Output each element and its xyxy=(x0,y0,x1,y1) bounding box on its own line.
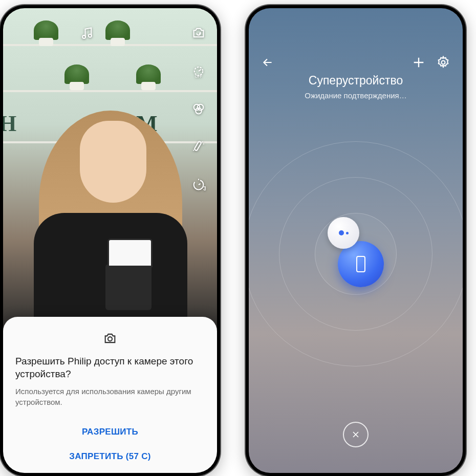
svg-point-6 xyxy=(196,108,202,114)
svg-rect-12 xyxy=(357,256,365,272)
filters-icon[interactable] xyxy=(189,99,208,118)
svg-point-5 xyxy=(198,104,204,111)
phone-mockup-right: Суперустройство Ожидание подтверждения… xyxy=(246,5,466,476)
scene-plant xyxy=(105,20,130,40)
svg-point-10 xyxy=(108,337,112,341)
countdown-3-icon[interactable]: 3 xyxy=(189,175,208,193)
settings-icon[interactable] xyxy=(436,55,450,70)
scene-person xyxy=(24,80,198,336)
timer-off-icon[interactable]: OFF xyxy=(189,61,208,80)
orb-dot-icon xyxy=(346,232,349,234)
deny-button[interactable]: ЗАПРЕТИТЬ (57 С) xyxy=(15,444,205,469)
svg-point-1 xyxy=(89,34,92,37)
magic-wand-icon[interactable] xyxy=(189,137,208,156)
add-icon[interactable] xyxy=(412,55,426,70)
dialog-description: Используется для использования камеры др… xyxy=(15,386,205,407)
device-orb-secondary[interactable] xyxy=(328,217,359,249)
permission-dialog: Разрешить Philip доступ к камере этого у… xyxy=(3,317,217,473)
allow-button[interactable]: РАЗРЕШИТЬ xyxy=(15,420,205,444)
switch-camera-icon[interactable] xyxy=(189,24,208,42)
scene-plant xyxy=(34,20,58,40)
camera-controls-column: OFF 3 xyxy=(189,24,208,193)
camera-icon xyxy=(15,331,205,345)
phone-mockup-left: H M OFF xyxy=(0,5,220,476)
orb-dot-icon xyxy=(339,230,344,235)
scene-shelf xyxy=(3,44,217,46)
superdevice-header xyxy=(249,55,463,70)
scene-letter: H xyxy=(3,111,16,137)
svg-text:OFF: OFF xyxy=(195,75,202,78)
svg-point-0 xyxy=(82,35,85,38)
device-radar xyxy=(249,141,463,366)
back-icon[interactable] xyxy=(261,56,274,69)
close-button[interactable] xyxy=(343,422,369,447)
superdevice-screen: Суперустройство Ожидание подтверждения… xyxy=(249,8,463,473)
superdevice-title: Суперустройство xyxy=(249,74,463,88)
svg-point-11 xyxy=(442,61,445,64)
superdevice-subtitle: Ожидание подтверждения… xyxy=(249,91,463,100)
svg-text:3: 3 xyxy=(203,185,206,191)
camera-app-screen: H M OFF xyxy=(3,8,217,473)
svg-rect-7 xyxy=(194,141,201,151)
music-icon[interactable] xyxy=(80,26,94,40)
svg-point-8 xyxy=(194,180,204,190)
dialog-title: Разрешить Philip доступ к камере этого у… xyxy=(15,355,205,381)
